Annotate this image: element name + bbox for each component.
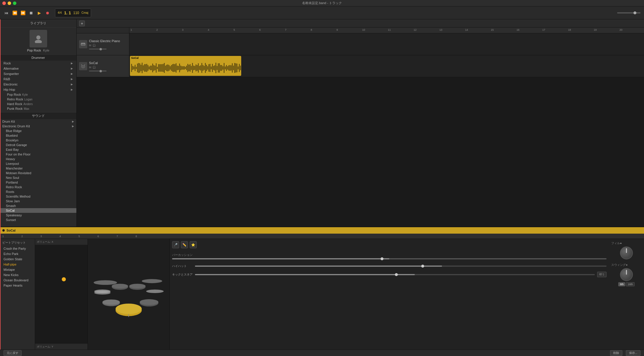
mute-button-socal[interactable]: M bbox=[89, 66, 91, 69]
headphone-button-socal[interactable]: 🎧 bbox=[93, 66, 96, 69]
sounds-label: サウンド bbox=[0, 112, 76, 119]
drummer-item-retrorock[interactable]: Retro Rock Logan bbox=[0, 97, 76, 102]
drum-kit-subsection[interactable]: Drum Kit ▶ bbox=[0, 119, 76, 124]
track-controls-piano: M 🎧 bbox=[89, 44, 127, 47]
genre-item-rb[interactable]: R&B ▶ bbox=[0, 76, 76, 82]
svg-point-0 bbox=[36, 35, 40, 40]
ruler-mark: 12 bbox=[412, 28, 438, 33]
sound-item-blueridge[interactable]: Blue Ridge bbox=[0, 129, 76, 133]
beat-mark-7: 7 bbox=[117, 235, 118, 238]
sound-item-motownrevisited[interactable]: Motown Revisited bbox=[0, 171, 76, 175]
track-volume-piano[interactable] bbox=[89, 49, 107, 49]
transport-controls: ⏮ ⏪ ⏩ ⏹ ▶ ⏺ bbox=[4, 10, 50, 16]
sound-item-smash[interactable]: Smash bbox=[0, 203, 76, 208]
sound-item-manchester[interactable]: Manchester bbox=[0, 166, 76, 171]
fill-knob[interactable] bbox=[620, 247, 633, 259]
fill-knob-container bbox=[611, 247, 642, 259]
play-button[interactable]: ▶ bbox=[36, 10, 42, 16]
sound-item-detroitgarage[interactable]: Detroit Garage bbox=[0, 143, 76, 147]
headphone-button-piano[interactable]: 🎧 bbox=[93, 44, 96, 47]
sound-item-slowjam[interactable]: Slow Jam bbox=[0, 199, 76, 203]
genre-item-electronic[interactable]: Electronic ▶ bbox=[0, 82, 76, 87]
track-info-piano: Classic Electric Piano M 🎧 bbox=[89, 39, 127, 49]
perc-star-button[interactable]: ⭐ bbox=[190, 241, 197, 248]
mute-button-piano[interactable]: M bbox=[89, 44, 91, 47]
sound-item-retrorock[interactable]: Retro Rock bbox=[0, 185, 76, 189]
track-content-piano[interactable] bbox=[129, 33, 644, 55]
sound-item-portland[interactable]: Portland bbox=[0, 180, 76, 185]
track-icon-piano bbox=[79, 40, 87, 48]
key-display: Cmaj bbox=[81, 11, 88, 14]
window-controls[interactable] bbox=[2, 1, 16, 5]
sound-item-speakeasy[interactable]: Speakeasy bbox=[0, 213, 76, 218]
save-button[interactable]: 保存... bbox=[626, 350, 640, 356]
drummer-item-punkrock[interactable]: Punk Rock Max bbox=[0, 106, 76, 111]
toolbar: ⏮ ⏪ ⏩ ⏹ ▶ ⏺ 4/4 1. 1 110 Cmaj bbox=[0, 6, 644, 19]
undo-button[interactable]: 元に戻す bbox=[4, 350, 22, 356]
genre-item-songwriter[interactable]: Songwriter ▶ bbox=[0, 71, 76, 76]
kick-slider[interactable] bbox=[195, 274, 595, 275]
maximize-button[interactable] bbox=[13, 1, 16, 5]
forward-button[interactable]: ⏩ bbox=[20, 10, 26, 16]
perc-edit-button[interactable]: ✏️ bbox=[181, 241, 188, 248]
close-button[interactable] bbox=[2, 1, 6, 5]
sound-item-roots[interactable]: Roots bbox=[0, 189, 76, 194]
volume-slider[interactable] bbox=[617, 12, 640, 13]
chevron-icon: ▶ bbox=[71, 83, 73, 86]
delete-button[interactable]: 削除 bbox=[610, 350, 622, 356]
swing-knob[interactable] bbox=[620, 268, 633, 281]
track-icon-socal bbox=[79, 62, 87, 70]
master-volume bbox=[617, 12, 640, 13]
chevron-icon: ▶ bbox=[71, 62, 73, 65]
drummer-item-hardrock[interactable]: Hard Rock Anders bbox=[0, 102, 76, 106]
track-row-piano: Classic Electric Piano M 🎧 bbox=[77, 33, 644, 55]
sound-item-bluebird[interactable]: Bluebird bbox=[0, 133, 76, 138]
rewind-button[interactable]: ⏮ bbox=[4, 10, 9, 16]
track-name-piano: Classic Electric Piano bbox=[89, 39, 127, 43]
track-controls-socal: M 🎧 bbox=[89, 66, 127, 69]
track-content-socal[interactable]: SoCal bbox=[129, 55, 644, 77]
svg-point-16 bbox=[112, 284, 128, 288]
back-button[interactable]: ⏪ bbox=[12, 10, 18, 16]
ruler-mark: 10 bbox=[361, 28, 387, 33]
main-area: ライブラリ Pop Rock Kyle Drummer Rock ▶ bbox=[0, 19, 644, 350]
genre-item-hiphop[interactable]: Hip Hop ▶ bbox=[0, 87, 76, 92]
track-name-socal: SoCal bbox=[89, 61, 127, 65]
stop-button[interactable]: ⏹ bbox=[28, 10, 34, 16]
sound-item-brooklyn[interactable]: Brooklyn bbox=[0, 138, 76, 143]
ruler-marks: 1 2 3 4 5 6 7 8 9 10 11 12 13 14 15 16 1 bbox=[129, 28, 644, 33]
kick-snare-label: キックとスネア bbox=[172, 273, 193, 277]
drum-region-socal[interactable]: SoCal bbox=[130, 56, 241, 76]
genre-item-alternative[interactable]: Alternative ▶ bbox=[0, 66, 76, 71]
track-header-socal: SoCal M 🎧 bbox=[77, 55, 129, 77]
waveform-display bbox=[130, 60, 241, 76]
track-volume-socal[interactable] bbox=[89, 71, 107, 71]
perc-main-slider[interactable] bbox=[172, 258, 607, 259]
hihat-slider[interactable] bbox=[195, 266, 607, 267]
kick-snare-follow-button[interactable]: 叩う bbox=[597, 272, 607, 277]
sound-item-socal[interactable]: SoCal bbox=[0, 208, 76, 213]
ruler-mark: 1 bbox=[129, 28, 155, 33]
sound-item-fouronfloor[interactable]: Four on the Floor bbox=[0, 152, 76, 157]
electronic-drum-kit-subsection[interactable]: Electronic Drum Kit ▶ bbox=[0, 124, 76, 129]
minimize-button[interactable] bbox=[8, 1, 11, 5]
sound-item-sunset[interactable]: Sunset bbox=[0, 218, 76, 222]
perc-mic-button[interactable]: 🎤 bbox=[172, 241, 179, 248]
svg-point-10 bbox=[94, 280, 117, 285]
xy-pad-area[interactable] bbox=[77, 245, 88, 344]
add-track-button[interactable]: + bbox=[79, 20, 85, 26]
swing-8th-button[interactable]: 8th bbox=[618, 282, 626, 286]
genre-item-rock[interactable]: Rock ▶ bbox=[0, 61, 76, 66]
sound-item-liverpool[interactable]: Liverpool bbox=[0, 161, 76, 166]
track-header-piano: Classic Electric Piano M 🎧 bbox=[77, 33, 129, 55]
sound-item-scientificmethod[interactable]: Scientific Method bbox=[0, 194, 76, 199]
sound-item-heavy[interactable]: Heavy bbox=[0, 157, 76, 161]
sound-item-eastbay[interactable]: East Bay bbox=[0, 147, 76, 152]
drummer-item-poprock[interactable]: Pop Rock Kyle bbox=[0, 92, 76, 97]
sound-item-neosoul[interactable]: Neo Soul bbox=[0, 175, 76, 180]
xy-pad-header: ボリューム: X bbox=[77, 239, 88, 245]
artist-name: Pop Rock Kyle bbox=[27, 49, 49, 52]
swing-16th-button[interactable]: 16th bbox=[626, 282, 635, 286]
perc-tool-buttons: 🎤 ✏️ ⭐ bbox=[172, 241, 197, 248]
record-button[interactable]: ⏺ bbox=[44, 10, 50, 16]
